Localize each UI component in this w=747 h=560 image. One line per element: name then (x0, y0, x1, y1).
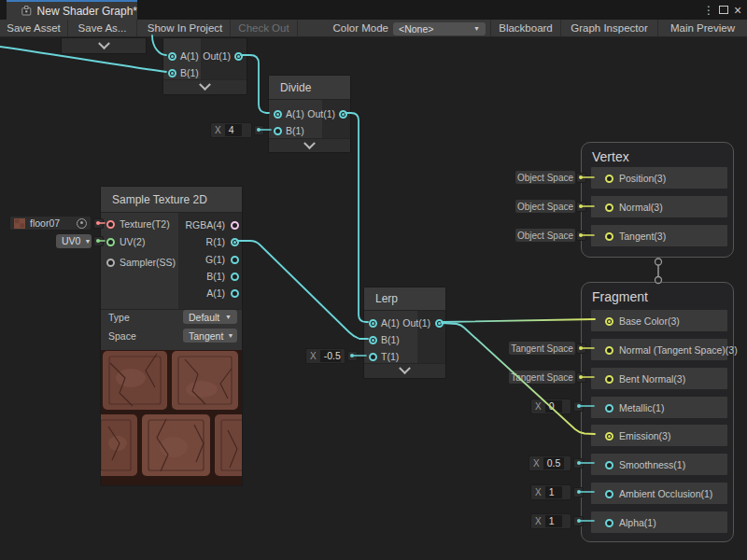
edge-sample-r-to-lerp-b[interactable] (237, 241, 368, 339)
port-normal[interactable] (605, 203, 613, 212)
port-smoothness[interactable] (605, 461, 613, 469)
fragment-row-smoothness[interactable]: Smoothness(1) (591, 454, 727, 475)
port-label: Out(1) (402, 318, 430, 329)
divide-b-default-field[interactable]: X 4 (210, 122, 252, 138)
color-mode-dropdown[interactable]: <None> ▼ (393, 22, 486, 35)
lerp-t-default-field[interactable]: X -0.5 (305, 348, 345, 364)
smoothness-connector (573, 458, 584, 469)
tab-new-shader-graph[interactable]: New Shader Graph* (7, 0, 137, 20)
vertex-row-position[interactable]: Position(3) (591, 167, 727, 189)
port-lerp-t[interactable] (369, 353, 377, 361)
color-mode-label: Color Mode (298, 20, 388, 36)
save-asset-button[interactable]: Save Asset (0, 20, 68, 36)
value-input[interactable]: 1 (545, 486, 562, 498)
port-rgba-out[interactable] (231, 221, 239, 230)
node-title[interactable]: Divide (269, 76, 350, 100)
port-top-b[interactable] (168, 69, 176, 77)
bent-normal-space-selector[interactable]: Tangent Space (509, 371, 575, 384)
port-uv-in[interactable] (106, 238, 115, 246)
port-top-out[interactable] (234, 52, 243, 61)
position-space-selector[interactable]: Object Space (515, 171, 575, 184)
node-collapse-strip[interactable] (163, 79, 247, 94)
node-title[interactable]: Lerp (364, 287, 445, 311)
port-a-out[interactable] (231, 289, 239, 298)
vertex-context-block[interactable]: Vertex Position(3) Normal(3) Tangent(3) (581, 142, 734, 258)
texture-object-field[interactable]: floor07 (9, 216, 92, 231)
port-g-out[interactable] (231, 256, 239, 264)
port-divide-a[interactable] (274, 110, 282, 119)
close-icon[interactable]: × (734, 0, 741, 20)
show-in-project-button[interactable]: Show In Project (140, 20, 231, 36)
node-lerp[interactable]: Lerp A(1) B(1) T(1) Out(1) (363, 287, 446, 379)
node-divide[interactable]: Divide A(1) B(1) Out(1) (268, 75, 351, 153)
uv-connector (93, 236, 104, 246)
ambient-occlusion-default-field[interactable]: X 1 (530, 484, 571, 500)
tangent-space-selector[interactable]: Object Space (515, 229, 575, 242)
port-r-out[interactable] (231, 238, 239, 246)
port-metallic[interactable] (605, 404, 613, 413)
blackboard-button[interactable]: Blackboard (490, 20, 561, 36)
value-input[interactable]: 0 (545, 400, 562, 413)
value-input[interactable]: 1 (545, 515, 562, 527)
port-label: G(1) (205, 255, 225, 265)
port-b-out[interactable] (231, 273, 239, 281)
collapsed-node[interactable] (61, 37, 147, 54)
alpha-default-field[interactable]: X 1 (530, 513, 571, 529)
normal-space-selector[interactable]: Object Space (515, 200, 575, 213)
port-texture-in[interactable] (106, 220, 115, 229)
node-collapse-strip[interactable] (364, 363, 445, 378)
fragment-row-bent-normal[interactable]: Bent Normal(3) (591, 368, 727, 389)
port-lerp-b[interactable] (369, 336, 377, 344)
node-collapse-strip[interactable] (269, 138, 350, 152)
value-input[interactable]: 4 (225, 124, 242, 136)
port-base-color[interactable] (605, 317, 613, 326)
node-top[interactable]: A(1) B(1) Out(1) (162, 37, 247, 95)
type-dropdown[interactable]: Default▼ (183, 310, 237, 324)
port-alpha[interactable] (605, 519, 613, 527)
shader-graph-icon (21, 5, 32, 17)
value-input[interactable]: 0.5 (543, 457, 565, 469)
port-divide-out[interactable] (339, 110, 347, 119)
node-title[interactable]: Sample Texture 2D (101, 187, 242, 213)
port-normal-ts[interactable] (605, 346, 613, 355)
fragment-row-ambient-occlusion[interactable]: Ambient Occlusion(1) (591, 483, 727, 504)
port-emission[interactable] (605, 432, 613, 441)
graph-inspector-button[interactable]: Graph Inspector (561, 20, 658, 36)
port-label: B(1) (381, 335, 400, 345)
fragment-row-metallic[interactable]: Metallic(1) (591, 397, 727, 418)
check-out-button[interactable]: Check Out (231, 20, 298, 36)
uv-channel-dropdown[interactable]: UV0▼ (56, 234, 92, 248)
vertex-row-normal[interactable]: Normal(3) (591, 196, 727, 217)
fragment-row-normal[interactable]: Normal (Tangent Space)(3) (591, 339, 727, 360)
object-picker-icon[interactable] (77, 218, 87, 229)
node-sample-texture-2d[interactable]: Sample Texture 2D Texture(T2) UV(2) Samp… (100, 186, 243, 486)
main-preview-button[interactable]: Main Preview (658, 20, 747, 36)
port-bent-normal[interactable] (605, 375, 613, 384)
space-connector (576, 202, 586, 212)
port-ambient-occlusion[interactable] (605, 490, 613, 498)
type-label: Type (108, 313, 130, 323)
edge-lerp-out-to-base-color[interactable] (442, 319, 595, 322)
port-sampler-in[interactable] (106, 259, 115, 267)
value-input[interactable]: -0.5 (320, 350, 341, 362)
port-label: Metallic(1) (619, 403, 664, 413)
fragment-row-emission[interactable]: Emission(3) (591, 425, 727, 446)
port-divide-b[interactable] (274, 127, 282, 135)
port-lerp-out[interactable] (435, 319, 444, 328)
port-position[interactable] (605, 175, 613, 183)
fragment-context-block[interactable]: Fragment Base Color(3) Normal (Tangent S… (581, 282, 734, 542)
maximize-icon[interactable] (719, 0, 728, 20)
expand-chevron-icon[interactable] (98, 37, 110, 49)
menu-dots-icon[interactable]: ⋮ (703, 0, 714, 20)
normal-space-selector[interactable]: Tangent Space (509, 342, 575, 355)
save-as-button[interactable]: Save As... (68, 20, 137, 36)
smoothness-default-field[interactable]: X 0.5 (529, 455, 571, 471)
port-top-a[interactable] (168, 52, 176, 61)
port-lerp-a[interactable] (369, 319, 377, 328)
space-dropdown[interactable]: Tangent▼ (183, 329, 237, 343)
metallic-default-field[interactable]: X 0 (530, 399, 571, 414)
vertex-row-tangent[interactable]: Tangent(3) (591, 225, 727, 246)
fragment-row-base-color[interactable]: Base Color(3) (591, 310, 727, 331)
fragment-row-alpha[interactable]: Alpha(1) (591, 511, 727, 533)
port-tangent[interactable] (605, 232, 613, 241)
